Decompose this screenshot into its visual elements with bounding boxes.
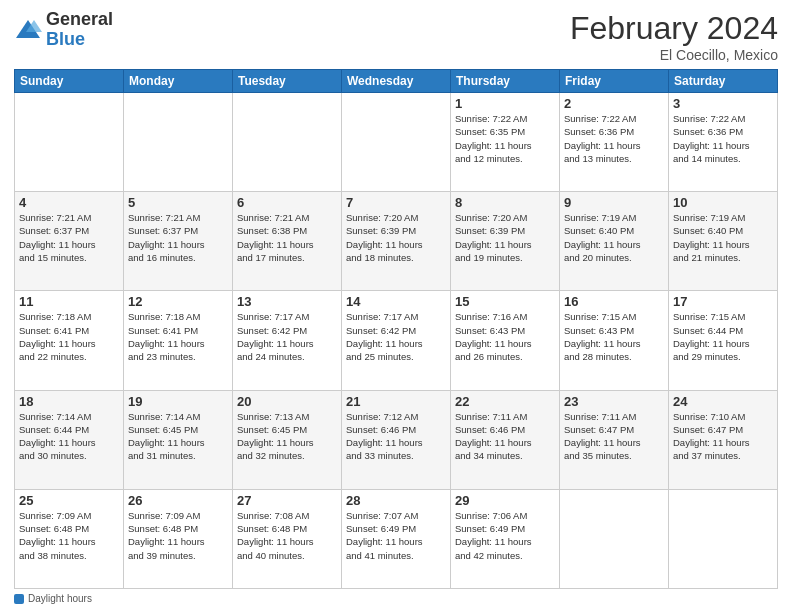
day-number: 14 [346, 294, 446, 309]
day-cell [669, 489, 778, 588]
day-info: Sunrise: 7:06 AMSunset: 6:49 PMDaylight:… [455, 509, 555, 562]
day-number: 11 [19, 294, 119, 309]
day-info: Sunrise: 7:21 AMSunset: 6:38 PMDaylight:… [237, 211, 337, 264]
day-cell: 1Sunrise: 7:22 AMSunset: 6:35 PMDaylight… [451, 93, 560, 192]
header-day: Tuesday [233, 70, 342, 93]
day-cell: 15Sunrise: 7:16 AMSunset: 6:43 PMDayligh… [451, 291, 560, 390]
day-cell [124, 93, 233, 192]
day-cell: 11Sunrise: 7:18 AMSunset: 6:41 PMDayligh… [15, 291, 124, 390]
calendar-table: SundayMondayTuesdayWednesdayThursdayFrid… [14, 69, 778, 589]
day-info: Sunrise: 7:14 AMSunset: 6:44 PMDaylight:… [19, 410, 119, 463]
week-row: 25Sunrise: 7:09 AMSunset: 6:48 PMDayligh… [15, 489, 778, 588]
week-row: 11Sunrise: 7:18 AMSunset: 6:41 PMDayligh… [15, 291, 778, 390]
logo-blue: Blue [46, 30, 113, 50]
header-day: Monday [124, 70, 233, 93]
day-cell: 16Sunrise: 7:15 AMSunset: 6:43 PMDayligh… [560, 291, 669, 390]
day-number: 12 [128, 294, 228, 309]
day-cell: 27Sunrise: 7:08 AMSunset: 6:48 PMDayligh… [233, 489, 342, 588]
day-info: Sunrise: 7:09 AMSunset: 6:48 PMDaylight:… [128, 509, 228, 562]
day-number: 21 [346, 394, 446, 409]
day-number: 15 [455, 294, 555, 309]
day-info: Sunrise: 7:11 AMSunset: 6:47 PMDaylight:… [564, 410, 664, 463]
day-info: Sunrise: 7:11 AMSunset: 6:46 PMDaylight:… [455, 410, 555, 463]
day-cell: 20Sunrise: 7:13 AMSunset: 6:45 PMDayligh… [233, 390, 342, 489]
day-cell: 10Sunrise: 7:19 AMSunset: 6:40 PMDayligh… [669, 192, 778, 291]
logo-icon [14, 16, 42, 44]
day-cell: 5Sunrise: 7:21 AMSunset: 6:37 PMDaylight… [124, 192, 233, 291]
title-block: February 2024 El Coecillo, Mexico [570, 10, 778, 63]
month-title: February 2024 [570, 10, 778, 47]
day-info: Sunrise: 7:09 AMSunset: 6:48 PMDaylight:… [19, 509, 119, 562]
day-info: Sunrise: 7:20 AMSunset: 6:39 PMDaylight:… [455, 211, 555, 264]
day-number: 27 [237, 493, 337, 508]
day-info: Sunrise: 7:18 AMSunset: 6:41 PMDaylight:… [128, 310, 228, 363]
day-info: Sunrise: 7:22 AMSunset: 6:35 PMDaylight:… [455, 112, 555, 165]
day-cell: 8Sunrise: 7:20 AMSunset: 6:39 PMDaylight… [451, 192, 560, 291]
day-number: 19 [128, 394, 228, 409]
day-cell [560, 489, 669, 588]
day-info: Sunrise: 7:15 AMSunset: 6:44 PMDaylight:… [673, 310, 773, 363]
day-info: Sunrise: 7:22 AMSunset: 6:36 PMDaylight:… [673, 112, 773, 165]
day-cell: 12Sunrise: 7:18 AMSunset: 6:41 PMDayligh… [124, 291, 233, 390]
day-cell: 28Sunrise: 7:07 AMSunset: 6:49 PMDayligh… [342, 489, 451, 588]
day-cell: 29Sunrise: 7:06 AMSunset: 6:49 PMDayligh… [451, 489, 560, 588]
day-info: Sunrise: 7:10 AMSunset: 6:47 PMDaylight:… [673, 410, 773, 463]
header-day: Thursday [451, 70, 560, 93]
day-number: 23 [564, 394, 664, 409]
day-cell: 3Sunrise: 7:22 AMSunset: 6:36 PMDaylight… [669, 93, 778, 192]
day-info: Sunrise: 7:17 AMSunset: 6:42 PMDaylight:… [346, 310, 446, 363]
day-cell: 7Sunrise: 7:20 AMSunset: 6:39 PMDaylight… [342, 192, 451, 291]
day-cell [233, 93, 342, 192]
footer-dot [14, 594, 24, 604]
day-cell: 17Sunrise: 7:15 AMSunset: 6:44 PMDayligh… [669, 291, 778, 390]
day-info: Sunrise: 7:21 AMSunset: 6:37 PMDaylight:… [19, 211, 119, 264]
day-number: 29 [455, 493, 555, 508]
day-number: 9 [564, 195, 664, 210]
day-cell: 23Sunrise: 7:11 AMSunset: 6:47 PMDayligh… [560, 390, 669, 489]
day-cell: 21Sunrise: 7:12 AMSunset: 6:46 PMDayligh… [342, 390, 451, 489]
week-row: 1Sunrise: 7:22 AMSunset: 6:35 PMDaylight… [15, 93, 778, 192]
day-cell: 6Sunrise: 7:21 AMSunset: 6:38 PMDaylight… [233, 192, 342, 291]
day-number: 25 [19, 493, 119, 508]
day-number: 10 [673, 195, 773, 210]
day-info: Sunrise: 7:12 AMSunset: 6:46 PMDaylight:… [346, 410, 446, 463]
day-cell: 19Sunrise: 7:14 AMSunset: 6:45 PMDayligh… [124, 390, 233, 489]
day-cell: 4Sunrise: 7:21 AMSunset: 6:37 PMDaylight… [15, 192, 124, 291]
logo: General Blue [14, 10, 113, 50]
header-row: SundayMondayTuesdayWednesdayThursdayFrid… [15, 70, 778, 93]
day-number: 5 [128, 195, 228, 210]
day-info: Sunrise: 7:19 AMSunset: 6:40 PMDaylight:… [673, 211, 773, 264]
day-cell: 26Sunrise: 7:09 AMSunset: 6:48 PMDayligh… [124, 489, 233, 588]
day-info: Sunrise: 7:22 AMSunset: 6:36 PMDaylight:… [564, 112, 664, 165]
day-number: 28 [346, 493, 446, 508]
footer-label: Daylight hours [28, 593, 92, 604]
day-cell [342, 93, 451, 192]
header-day: Saturday [669, 70, 778, 93]
day-number: 24 [673, 394, 773, 409]
day-number: 16 [564, 294, 664, 309]
day-info: Sunrise: 7:13 AMSunset: 6:45 PMDaylight:… [237, 410, 337, 463]
logo-general: General [46, 10, 113, 30]
day-cell: 13Sunrise: 7:17 AMSunset: 6:42 PMDayligh… [233, 291, 342, 390]
day-info: Sunrise: 7:15 AMSunset: 6:43 PMDaylight:… [564, 310, 664, 363]
day-info: Sunrise: 7:20 AMSunset: 6:39 PMDaylight:… [346, 211, 446, 264]
footer: Daylight hours [14, 593, 778, 604]
day-cell: 24Sunrise: 7:10 AMSunset: 6:47 PMDayligh… [669, 390, 778, 489]
day-number: 17 [673, 294, 773, 309]
day-info: Sunrise: 7:07 AMSunset: 6:49 PMDaylight:… [346, 509, 446, 562]
day-info: Sunrise: 7:17 AMSunset: 6:42 PMDaylight:… [237, 310, 337, 363]
day-number: 3 [673, 96, 773, 111]
day-info: Sunrise: 7:19 AMSunset: 6:40 PMDaylight:… [564, 211, 664, 264]
day-number: 20 [237, 394, 337, 409]
day-number: 18 [19, 394, 119, 409]
header-day: Friday [560, 70, 669, 93]
logo-text: General Blue [46, 10, 113, 50]
day-cell: 9Sunrise: 7:19 AMSunset: 6:40 PMDaylight… [560, 192, 669, 291]
day-cell: 18Sunrise: 7:14 AMSunset: 6:44 PMDayligh… [15, 390, 124, 489]
day-info: Sunrise: 7:14 AMSunset: 6:45 PMDaylight:… [128, 410, 228, 463]
day-info: Sunrise: 7:21 AMSunset: 6:37 PMDaylight:… [128, 211, 228, 264]
page: General Blue February 2024 El Coecillo, … [0, 0, 792, 612]
week-row: 4Sunrise: 7:21 AMSunset: 6:37 PMDaylight… [15, 192, 778, 291]
day-number: 2 [564, 96, 664, 111]
day-number: 1 [455, 96, 555, 111]
